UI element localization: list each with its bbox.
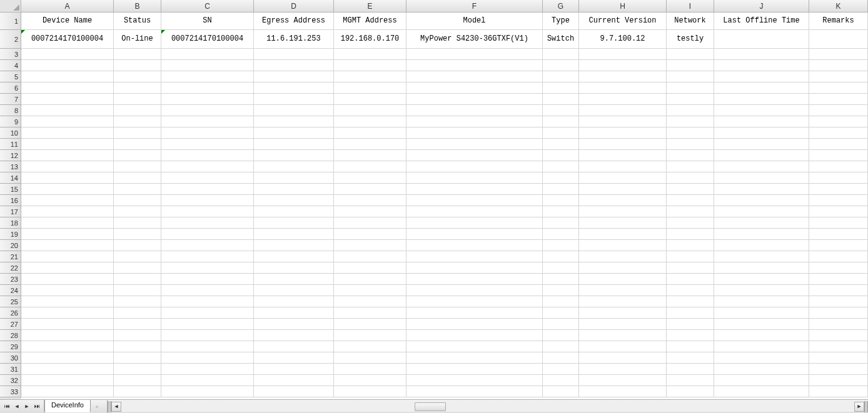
cell-I1[interactable]: Network	[667, 12, 714, 30]
cell-F26[interactable]	[406, 307, 543, 319]
cell-G7[interactable]	[543, 94, 579, 105]
column-header-G[interactable]: G	[543, 0, 579, 12]
cell-F19[interactable]	[406, 229, 543, 240]
cell-J26[interactable]	[714, 307, 809, 319]
row-header-18[interactable]: 18	[0, 217, 21, 229]
cell-D20[interactable]	[254, 240, 334, 251]
cell-B5[interactable]	[114, 71, 161, 82]
cell-H33[interactable]	[579, 386, 667, 397]
cell-D1[interactable]: Egress Address	[254, 12, 334, 30]
cell-J33[interactable]	[714, 386, 809, 397]
spreadsheet-grid[interactable]: Device NameStatusSNEgress AddressMGMT Ad…	[21, 12, 868, 399]
cell-C10[interactable]	[161, 127, 254, 139]
cell-B32[interactable]	[114, 375, 161, 386]
cell-E4[interactable]	[334, 60, 406, 71]
cell-E26[interactable]	[334, 307, 406, 319]
cell-C19[interactable]	[161, 229, 254, 240]
cell-B20[interactable]	[114, 240, 161, 251]
cell-D19[interactable]	[254, 229, 334, 240]
cell-C27[interactable]	[161, 319, 254, 330]
cell-D29[interactable]	[254, 341, 334, 352]
cell-H17[interactable]	[579, 206, 667, 217]
cell-F5[interactable]	[406, 71, 543, 82]
row-header-4[interactable]: 4	[0, 60, 21, 71]
cell-K6[interactable]	[809, 82, 868, 94]
cell-F21[interactable]	[406, 251, 543, 262]
cell-J23[interactable]	[714, 274, 809, 285]
cell-G29[interactable]	[543, 341, 579, 352]
cell-A15[interactable]	[21, 184, 114, 195]
column-header-I[interactable]: I	[667, 0, 714, 12]
cell-K31[interactable]	[809, 364, 868, 375]
cell-C28[interactable]	[161, 330, 254, 341]
cell-J12[interactable]	[714, 150, 809, 161]
cell-E32[interactable]	[334, 375, 406, 386]
cell-H21[interactable]	[579, 251, 667, 262]
cell-K3[interactable]	[809, 49, 868, 60]
cell-B4[interactable]	[114, 60, 161, 71]
cell-D17[interactable]	[254, 206, 334, 217]
cell-C8[interactable]	[161, 105, 254, 116]
cell-I26[interactable]	[667, 307, 714, 319]
cell-K28[interactable]	[809, 330, 868, 341]
cell-I28[interactable]	[667, 330, 714, 341]
cell-F27[interactable]	[406, 319, 543, 330]
cell-H16[interactable]	[579, 195, 667, 206]
cell-J17[interactable]	[714, 206, 809, 217]
cell-H6[interactable]	[579, 82, 667, 94]
cell-F28[interactable]	[406, 330, 543, 341]
cell-G10[interactable]	[543, 127, 579, 139]
row-header-29[interactable]: 29	[0, 341, 21, 352]
column-header-A[interactable]: A	[21, 0, 114, 12]
cell-E18[interactable]	[334, 217, 406, 229]
cell-F12[interactable]	[406, 150, 543, 161]
row-header-26[interactable]: 26	[0, 307, 21, 319]
cell-A2[interactable]: 0007214170100004	[21, 30, 114, 49]
cell-F11[interactable]	[406, 139, 543, 150]
cell-D3[interactable]	[254, 49, 334, 60]
row-header-8[interactable]: 8	[0, 105, 21, 116]
cell-K21[interactable]	[809, 251, 868, 262]
cell-H12[interactable]	[579, 150, 667, 161]
cell-J32[interactable]	[714, 375, 809, 386]
cell-D11[interactable]	[254, 139, 334, 150]
cell-E23[interactable]	[334, 274, 406, 285]
cell-A11[interactable]	[21, 139, 114, 150]
cell-D26[interactable]	[254, 307, 334, 319]
cell-D6[interactable]	[254, 82, 334, 94]
hscroll-right-arrow[interactable]: ▶	[854, 402, 864, 412]
cell-I3[interactable]	[667, 49, 714, 60]
cell-C29[interactable]	[161, 341, 254, 352]
cell-A26[interactable]	[21, 307, 114, 319]
row-header-25[interactable]: 25	[0, 296, 21, 307]
cell-A14[interactable]	[21, 172, 114, 184]
cell-J30[interactable]	[714, 352, 809, 364]
cell-F7[interactable]	[406, 94, 543, 105]
cell-J8[interactable]	[714, 105, 809, 116]
cell-B7[interactable]	[114, 94, 161, 105]
cell-J3[interactable]	[714, 49, 809, 60]
cell-E11[interactable]	[334, 139, 406, 150]
cell-H2[interactable]: 9.7.100.12	[579, 30, 667, 49]
cell-D21[interactable]	[254, 251, 334, 262]
cell-G20[interactable]	[543, 240, 579, 251]
cell-E5[interactable]	[334, 71, 406, 82]
cell-F23[interactable]	[406, 274, 543, 285]
cell-E29[interactable]	[334, 341, 406, 352]
cell-J13[interactable]	[714, 161, 809, 172]
cell-G1[interactable]: Type	[543, 12, 579, 30]
cell-I27[interactable]	[667, 319, 714, 330]
cell-H5[interactable]	[579, 71, 667, 82]
cell-K19[interactable]	[809, 229, 868, 240]
cell-I4[interactable]	[667, 60, 714, 71]
cell-F8[interactable]	[406, 105, 543, 116]
cell-A1[interactable]: Device Name	[21, 12, 114, 30]
cell-A32[interactable]	[21, 375, 114, 386]
cell-I14[interactable]	[667, 172, 714, 184]
cell-E10[interactable]	[334, 127, 406, 139]
cell-K10[interactable]	[809, 127, 868, 139]
cell-C7[interactable]	[161, 94, 254, 105]
cell-A23[interactable]	[21, 274, 114, 285]
cell-F14[interactable]	[406, 172, 543, 184]
cell-D2[interactable]: 11.6.191.253	[254, 30, 334, 49]
